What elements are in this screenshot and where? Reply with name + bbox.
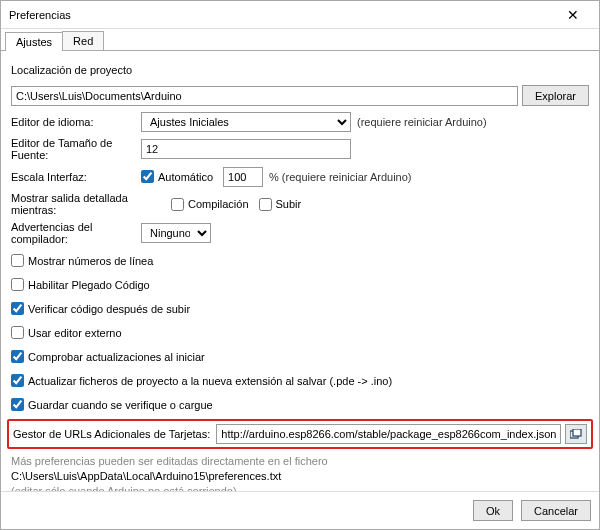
warnings-label: Advertencias del compilador: (11, 221, 141, 245)
tabs: Ajustes Red (1, 29, 599, 51)
scale-label: Escala Interfaz: (11, 171, 141, 183)
ok-button[interactable]: Ok (473, 500, 513, 521)
scale-auto-label: Automático (158, 171, 213, 183)
browse-button[interactable]: Explorar (522, 85, 589, 106)
verify-checkbox[interactable] (11, 302, 24, 315)
tab-network[interactable]: Red (62, 31, 104, 50)
linenumbers-label: Mostrar números de línea (28, 255, 153, 267)
scale-value-input[interactable] (223, 167, 263, 187)
boards-url-input[interactable] (216, 424, 561, 444)
project-location-label: Localización de proyecto (11, 64, 132, 76)
linenumbers-checkbox[interactable] (11, 254, 24, 267)
boards-url-row: Gestor de URLs Adicionales de Tarjetas: (7, 419, 593, 449)
language-select[interactable]: Ajustes Iniciales (141, 112, 351, 132)
updateext-label: Actualizar ficheros de proyecto a la nue… (28, 375, 392, 387)
more-prefs-line1: Más preferencias pueden ser editadas dir… (11, 455, 589, 467)
boards-url-label: Gestor de URLs Adicionales de Tarjetas: (13, 428, 210, 440)
cancel-button[interactable]: Cancelar (521, 500, 591, 521)
content: Localización de proyecto Explorar Editor… (1, 51, 599, 491)
fontsize-input[interactable] (141, 139, 351, 159)
svg-rect-1 (573, 429, 581, 436)
footer: Ok Cancelar (1, 491, 599, 529)
verify-label: Verificar código después de subir (28, 303, 190, 315)
saveverify-label: Guardar cuando se verifique o cargue (28, 399, 213, 411)
updates-checkbox[interactable] (11, 350, 24, 363)
updateext-checkbox[interactable] (11, 374, 24, 387)
verbose-compile-label: Compilación (188, 198, 249, 210)
codefold-checkbox[interactable] (11, 278, 24, 291)
external-label: Usar editor externo (28, 327, 122, 339)
titlebar: Preferencias ✕ (1, 1, 599, 29)
scale-auto-checkbox[interactable] (141, 170, 154, 183)
language-label: Editor de idioma: (11, 116, 141, 128)
scale-suffix: % (requiere reiniciar Arduino) (269, 171, 411, 183)
codefold-label: Habilitar Plegado Código (28, 279, 150, 291)
verbose-upload-label: Subir (276, 198, 302, 210)
saveverify-checkbox[interactable] (11, 398, 24, 411)
external-checkbox[interactable] (11, 326, 24, 339)
tab-settings[interactable]: Ajustes (5, 32, 63, 51)
verbose-compile-checkbox[interactable] (171, 198, 184, 211)
updates-label: Comprobar actualizaciones al iniciar (28, 351, 205, 363)
verbose-upload-checkbox[interactable] (259, 198, 272, 211)
project-location-input[interactable] (11, 86, 518, 106)
fontsize-label: Editor de Tamaño de Fuente: (11, 137, 141, 161)
language-note: (requiere reiniciar Arduino) (357, 116, 487, 128)
warnings-select[interactable]: Ninguno (141, 223, 211, 243)
window-icon (570, 429, 582, 439)
window-title: Preferencias (9, 9, 555, 21)
boards-url-edit-button[interactable] (565, 424, 587, 444)
close-icon[interactable]: ✕ (555, 7, 591, 23)
verbose-label: Mostrar salida detallada mientras: (11, 192, 171, 216)
prefs-file-path: C:\Users\Luis\AppData\Local\Arduino15\pr… (11, 470, 589, 482)
